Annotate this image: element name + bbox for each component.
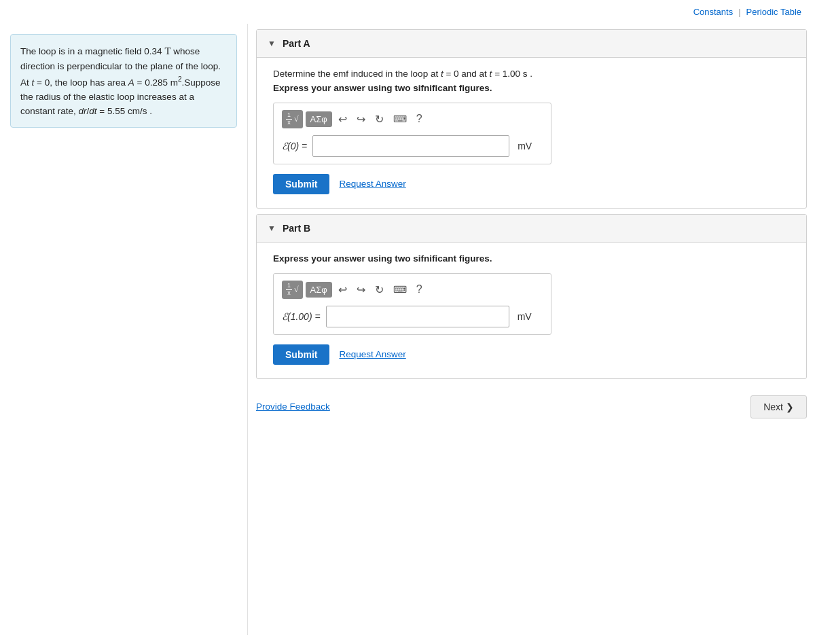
part-a-math-label: ℰ(0) = — [282, 141, 307, 151]
part-a-section: ▼ Part A Determine the emf induced in th… — [256, 29, 807, 209]
part-b-bold-instruction: Express your answer using two sifnifican… — [273, 253, 790, 264]
part-a-action-row: Submit Request Answer — [273, 174, 790, 194]
part-b-chevron: ▼ — [268, 223, 276, 233]
periodic-table-link[interactable]: Periodic Table — [746, 7, 801, 17]
part-b-undo-btn[interactable]: ↩ — [335, 281, 350, 298]
part-a-unit: mV — [518, 141, 532, 151]
part-a-fraction-btn[interactable]: 1 x √ — [282, 110, 303, 128]
part-b-redo-btn[interactable]: ↪ — [353, 281, 369, 298]
provide-feedback-link[interactable]: Provide Feedback — [256, 401, 330, 412]
part-b-keyboard-btn[interactable]: ⌨ — [390, 282, 410, 297]
top-bar: Constants | Periodic Table — [0, 0, 815, 24]
next-chevron-icon: ❯ — [786, 401, 794, 412]
part-a-instruction: Determine the emf induced in the loop at… — [273, 69, 790, 79]
separator: | — [738, 7, 740, 17]
part-b-action-row: Submit Request Answer — [273, 344, 790, 365]
problem-statement: The loop is in a magnetic field 0.34 T w… — [10, 34, 237, 128]
part-a-input-row: ℰ(0) = mV — [282, 135, 543, 157]
part-a-redo-btn[interactable]: ↪ — [353, 111, 369, 128]
part-a-help-btn[interactable]: ? — [413, 111, 426, 127]
part-b-unit: mV — [518, 311, 532, 322]
part-b-math-editor: 1 x √ ΑΣφ ↩ ↪ ↻ ⌨ — [273, 273, 551, 335]
part-b-request-answer-link[interactable]: Request Answer — [339, 349, 405, 359]
part-b-header[interactable]: ▼ Part B — [257, 215, 806, 243]
part-b-fraction-btn[interactable]: 1 x √ — [282, 281, 303, 299]
part-b-answer-input[interactable] — [326, 306, 509, 327]
part-a-submit-button[interactable]: Submit — [273, 174, 329, 194]
content-area: ▼ Part A Determine the emf induced in th… — [248, 24, 815, 635]
part-a-math-editor: 1 x √ ΑΣφ ↩ ↪ — [273, 103, 551, 164]
part-b-reset-btn[interactable]: ↻ — [372, 281, 387, 298]
part-b-math-label: ℰ(1.00) = — [282, 311, 321, 322]
part-a-label: Part A — [283, 38, 310, 49]
part-b-toolbar: 1 x √ ΑΣφ ↩ ↪ ↻ ⌨ — [282, 281, 543, 299]
part-a-greek-btn[interactable]: ΑΣφ — [306, 111, 332, 127]
part-b-body: Express your answer using two sifnifican… — [257, 243, 806, 378]
sidebar: The loop is in a magnetic field 0.34 T w… — [0, 24, 248, 635]
bottom-row: Provide Feedback Next ❯ — [248, 386, 815, 428]
part-a-body: Determine the emf induced in the loop at… — [257, 58, 806, 208]
part-b-help-btn[interactable]: ? — [413, 281, 426, 298]
main-layout: The loop is in a magnetic field 0.34 T w… — [0, 24, 815, 635]
part-b-submit-button[interactable]: Submit — [273, 344, 329, 365]
part-b-label: Part B — [283, 223, 310, 234]
next-button[interactable]: Next ❯ — [750, 395, 807, 418]
part-a-bold-instruction: Express your answer using two sifnifican… — [273, 83, 790, 93]
part-a-undo-btn[interactable]: ↩ — [335, 111, 350, 128]
part-b-section: ▼ Part B Express your answer using two s… — [256, 214, 807, 379]
part-a-toolbar: 1 x √ ΑΣφ ↩ ↪ — [282, 110, 543, 128]
part-a-chevron: ▼ — [268, 39, 276, 48]
constants-link[interactable]: Constants — [693, 7, 734, 17]
part-a-reset-btn[interactable]: ↻ — [372, 111, 387, 128]
part-a-keyboard-btn[interactable]: ⌨ — [390, 111, 410, 126]
part-a-answer-input[interactable] — [312, 135, 509, 157]
part-b-greek-btn[interactable]: ΑΣφ — [306, 282, 332, 298]
part-a-request-answer-link[interactable]: Request Answer — [339, 179, 405, 189]
part-a-header[interactable]: ▼ Part A — [257, 30, 806, 58]
part-b-input-row: ℰ(1.00) = mV — [282, 306, 543, 327]
